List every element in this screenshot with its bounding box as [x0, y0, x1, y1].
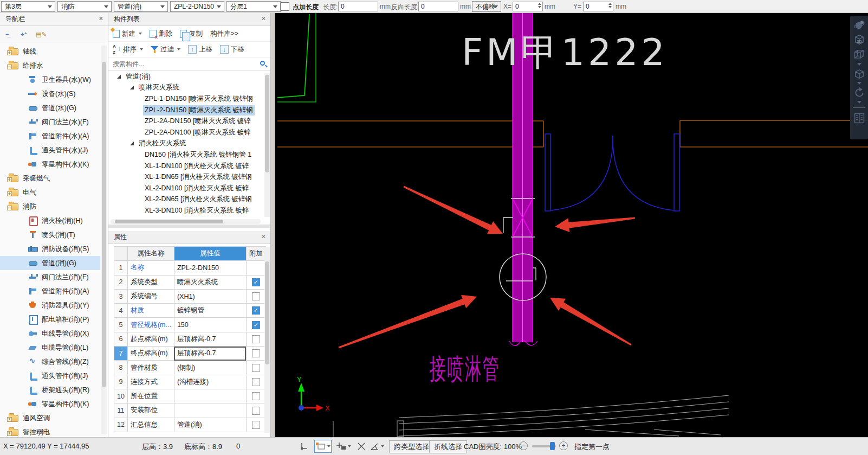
property-value[interactable]: 150 — [174, 318, 246, 332]
brightness-slider-handle[interactable] — [550, 442, 555, 450]
orbit-view-icon[interactable] — [853, 19, 865, 31]
component-tree-hscrollbar-thumb[interactable] — [115, 220, 223, 223]
property-row-12[interactable]: 12汇总信息管道(消) — [114, 418, 266, 432]
new-component-button[interactable]: 新建 — [113, 29, 142, 39]
checkbox-unchecked-icon[interactable] — [252, 378, 260, 386]
properties-scrollbar-thumb[interactable] — [265, 261, 269, 364]
sort-button[interactable]: ↓排序 — [113, 45, 143, 54]
sidebar-group-1[interactable]: −给排水 — [0, 59, 108, 73]
collapse-all-icon[interactable]: −̲ — [5, 30, 15, 39]
component-tree-row-8[interactable]: XL-1-DN100 [消火栓灭火系统 镀锌 — [108, 161, 263, 172]
sidebar-item-2[interactable]: 卫生器具(水)(W) — [0, 73, 108, 87]
stepper-arrows-icon[interactable] — [538, 3, 541, 8]
edit-list-icon[interactable]: ▤✎ — [36, 30, 46, 39]
copy-component-button[interactable]: 复制 — [180, 29, 203, 39]
property-row-9[interactable]: 9连接方式(沟槽连接) — [114, 375, 266, 389]
sidebar-item-24[interactable]: 桥架通头(消)(R) — [0, 383, 108, 397]
folder-plus-icon[interactable]: + — [7, 50, 12, 55]
checkbox-checked-icon[interactable]: ✓ — [252, 321, 260, 329]
component-tree-row-9[interactable]: XL-1-DN65 [消火栓灭火系统 镀锌钢 — [108, 171, 263, 183]
component-tree-row-7[interactable]: DN150 [消火栓灭火系统 镀锌钢管 1 — [108, 149, 263, 161]
sidebar-item-14[interactable]: 消防设备(消)(S) — [0, 242, 108, 256]
ortho-mode-icon[interactable] — [297, 440, 311, 453]
checkbox-checked-icon[interactable]: ✓ — [252, 306, 260, 315]
sidebar-item-17[interactable]: 管道附件(消)(A) — [0, 284, 108, 298]
sidebar-item-23[interactable]: 通头管件(消)(J) — [0, 369, 108, 383]
chevron-down-icon[interactable] — [139, 33, 142, 35]
property-value[interactable]: 管道(消) — [174, 418, 246, 432]
chevron-down-icon[interactable] — [857, 101, 861, 104]
close-icon[interactable]: ✕ — [99, 15, 103, 22]
component-tree-scrollbar[interactable] — [264, 73, 270, 217]
sidebar-scrollbar[interactable] — [101, 46, 107, 434]
sidebar-item-13[interactable]: 喷头(消)(T) — [0, 228, 108, 242]
checkbox-unchecked-icon[interactable] — [252, 421, 260, 429]
checkbox-unchecked-icon[interactable] — [252, 335, 260, 343]
sidebar-group-27[interactable]: +智控弱电 — [0, 425, 108, 437]
folder-minus-icon[interactable]: − — [7, 65, 12, 69]
sidebar-item-19[interactable]: 配电箱柜(消)(P) — [0, 312, 108, 326]
sidebar-group-10[interactable]: +电气 — [0, 185, 108, 200]
tree-expander-icon[interactable] — [130, 142, 134, 145]
offset-select[interactable]: 不偏移 — [472, 1, 501, 12]
component-tree-hscrollbar[interactable] — [111, 219, 261, 224]
component-tree-row-10[interactable]: XL-2-DN100 [消火栓灭火系统 镀锌 — [108, 183, 263, 194]
property-value[interactable]: (XH1) — [174, 289, 246, 303]
sidebar-group-26[interactable]: +通风空调 — [0, 411, 108, 425]
property-value[interactable]: 层顶标高-0.7 — [174, 332, 246, 346]
property-row-4[interactable]: 4材质镀锌钢管✓ — [114, 304, 266, 318]
component-tree-row-6[interactable]: 消火栓灭火系统 — [108, 138, 263, 150]
brightness-decrease-icon[interactable]: − — [519, 441, 528, 450]
point-add-length-checkbox[interactable] — [281, 2, 289, 11]
folder-minus-icon[interactable]: − — [7, 206, 12, 210]
sidebar-group-9[interactable]: +采暖燃气 — [0, 171, 108, 185]
property-value[interactable]: (钢制) — [174, 361, 246, 375]
component-tree-row-0[interactable]: 管道(消) — [108, 71, 263, 82]
property-row-8[interactable]: 8管件材质(钢制) — [114, 361, 266, 375]
specialty-select[interactable]: 消防 — [57, 1, 112, 12]
chevron-down-icon[interactable] — [140, 48, 143, 50]
search-icon[interactable] — [260, 61, 265, 66]
sidebar-item-16[interactable]: 阀门法兰(消)(F) — [0, 270, 108, 284]
angle-snap-button[interactable] — [368, 440, 386, 453]
x-offset-stepper[interactable]: 0 — [513, 2, 543, 11]
sidebar-item-25[interactable]: 零星构件(消)(K) — [0, 397, 108, 411]
length-input[interactable]: 0 — [338, 2, 378, 11]
folder-plus-icon[interactable]: + — [7, 417, 12, 422]
close-icon[interactable]: ✕ — [261, 233, 266, 240]
property-row-5[interactable]: 5管径规格(m...150✓ — [114, 318, 266, 332]
cross-icon[interactable] — [354, 440, 368, 453]
property-value[interactable]: (沟槽连接) — [174, 375, 246, 389]
folder-plus-icon[interactable]: + — [7, 191, 12, 196]
property-value[interactable]: 喷淋灭火系统 — [174, 275, 246, 289]
sidebar-group-0[interactable]: +轴线 — [0, 44, 108, 59]
property-row-3[interactable]: 3系统编号(XH1) — [114, 289, 266, 303]
component-tree-row-1[interactable]: 喷淋灭火系统 — [108, 82, 263, 94]
brightness-slider[interactable] — [532, 445, 556, 447]
cross-type-select-button[interactable]: 跨类型选择 — [389, 440, 434, 453]
checkbox-unchecked-icon[interactable] — [252, 407, 260, 415]
component-tree-scrollbar-thumb[interactable] — [265, 75, 269, 172]
layer-select[interactable]: 分层1 — [226, 1, 281, 12]
component-library-button[interactable]: 构件库>> — [210, 29, 238, 39]
delete-component-button[interactable]: 删除 — [150, 29, 172, 39]
wireframe-view-icon[interactable] — [853, 48, 866, 61]
folder-plus-icon[interactable]: + — [7, 431, 12, 436]
chevron-down-icon[interactable] — [348, 445, 351, 447]
header-property-value[interactable]: 属性值 — [174, 247, 246, 261]
sidebar-item-20[interactable]: 电线导管(消)(X) — [0, 326, 108, 341]
selection-mode-button[interactable] — [314, 440, 332, 453]
property-value[interactable]: 层顶标高-0.7 — [174, 347, 246, 361]
search-input[interactable] — [113, 60, 248, 68]
checkbox-unchecked-icon[interactable] — [252, 349, 260, 357]
sidebar-item-5[interactable]: 阀门法兰(水)(F) — [0, 115, 108, 129]
property-row-10[interactable]: 10所在位置 — [114, 389, 266, 403]
sidebar-item-6[interactable]: 管道附件(水)(A) — [0, 129, 108, 143]
close-icon[interactable]: ✕ — [261, 15, 266, 22]
tree-expander-icon[interactable] — [117, 75, 121, 79]
checkbox-unchecked-icon[interactable] — [252, 364, 260, 372]
component-tree-row-3[interactable]: ZPL-2-DN150 [喷淋灭火系统 镀锌钢 — [108, 105, 263, 116]
checkbox-checked-icon[interactable]: ✓ — [252, 278, 260, 286]
folder-plus-icon[interactable]: + — [7, 177, 12, 182]
sidebar-item-12[interactable]: 消火栓(消)(H) — [0, 214, 108, 228]
